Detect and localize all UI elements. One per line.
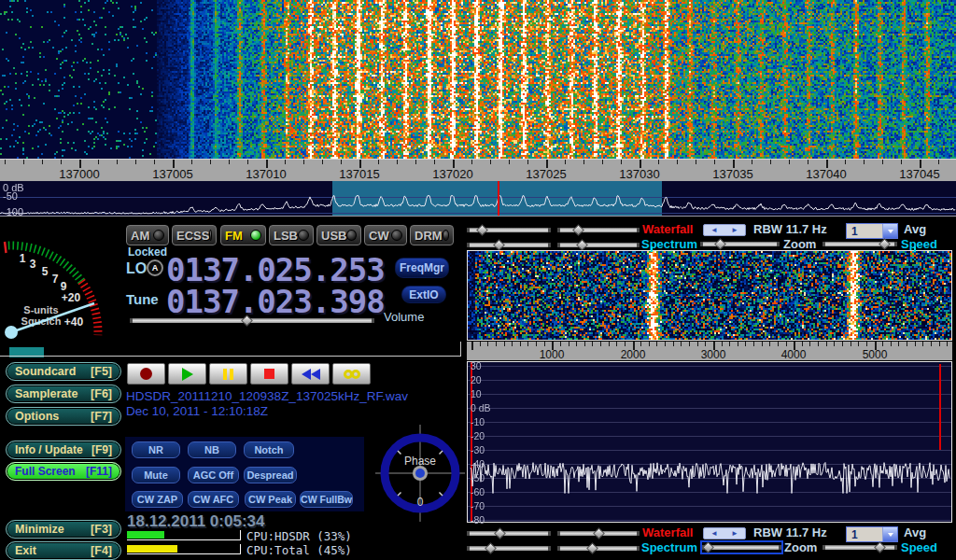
avg-select-top[interactable]: 1	[846, 223, 898, 239]
agc-button[interactable]: AGC Off	[188, 467, 239, 483]
waterfall-scroll-control-bottom[interactable]: ◄►	[703, 527, 746, 539]
play-button[interactable]	[168, 363, 206, 385]
extio-button[interactable]: ExtIO	[401, 286, 446, 303]
datetime-display: 18.12.2011 0:05:34	[127, 512, 264, 531]
zoom-slider-bottom[interactable]	[702, 542, 781, 553]
mode-button-cw[interactable]: CW	[364, 225, 407, 245]
speed-slider-top[interactable]	[822, 239, 897, 249]
af-frequency-scale[interactable]: 1000 2000 3000 4000 5000	[467, 342, 952, 360]
spectrum-contrast-slider-bottom[interactable]	[557, 543, 640, 553]
mode-button-drm[interactable]: DRM	[410, 225, 454, 245]
rf-waterfall[interactable]	[0, 0, 956, 159]
rf-spectrum[interactable]: 0 dB -50 -100	[0, 181, 956, 217]
waterfall-brightness-slider-bottom[interactable]	[467, 528, 551, 539]
button-fkey: [F9]	[91, 443, 112, 456]
soundcard-button[interactable]: Soundcard[F5]	[6, 362, 121, 381]
cw-zap-button[interactable]: CW ZAP	[132, 491, 183, 508]
mode-led-icon	[250, 230, 261, 241]
s-meter-red-arc	[81, 281, 98, 335]
rf-scale-tick: 137005	[152, 167, 192, 181]
zoom-label-top: Zoom	[783, 237, 816, 251]
minimize-button[interactable]: Minimize[F3]	[6, 520, 121, 539]
waterfall-contrast-slider-top[interactable]	[557, 225, 640, 235]
despread-button[interactable]: Despread	[244, 467, 297, 483]
rf-frequency-scale[interactable]: 137000 137005 137010 137015 137020 13702…	[0, 159, 956, 181]
rf-db-label: -100	[3, 206, 23, 217]
button-label: Soundcard	[15, 365, 76, 378]
lo-auto-button[interactable]: A	[147, 259, 163, 276]
stop-button[interactable]	[250, 363, 288, 385]
mode-label: DRM	[415, 229, 443, 243]
mode-button-am[interactable]: AM	[126, 225, 169, 245]
mode-led-icon	[298, 230, 309, 241]
waterfall-brightness-slider-top[interactable]	[467, 225, 551, 235]
samplerate-button[interactable]: Samplerate[F6]	[6, 385, 121, 403]
mute-button[interactable]: Mute	[132, 467, 180, 483]
arrow-right-icon[interactable]: ►	[731, 226, 738, 234]
loop-button[interactable]	[332, 363, 371, 385]
mode-button-fm[interactable]: FM	[220, 225, 266, 245]
spectrum-brightness-slider-top[interactable]	[467, 240, 551, 250]
mode-button-lsb[interactable]: LSB	[269, 225, 314, 245]
cw-afc-button[interactable]: CW AFC	[188, 491, 239, 508]
rf-scale-tick: 137045	[899, 167, 939, 181]
rf-tune-cursor[interactable]	[498, 181, 499, 216]
zoom-slider-top[interactable]	[700, 239, 780, 249]
waterfall-contrast-slider-bottom[interactable]	[557, 528, 640, 539]
spectrum-label-bottom: Spectrum	[641, 540, 697, 554]
mode-button-usb[interactable]: USB	[316, 225, 361, 245]
cpu-total-bar-fill	[127, 545, 177, 553]
waterfall-scroll-control-top[interactable]: ◄►	[703, 224, 746, 236]
tune-frequency-display[interactable]: 0137.023.398	[166, 283, 385, 320]
panel-divider	[460, 342, 461, 357]
avg-select-bottom[interactable]: 1	[846, 526, 898, 542]
cw-fullbw-button[interactable]: CW FullBw	[300, 491, 353, 508]
locked-label: Locked	[128, 245, 167, 259]
fullscreen-button[interactable]: Full Screen[F11]	[6, 462, 121, 481]
s-meter-label: 1	[20, 252, 26, 265]
speed-label-bottom: Speed	[901, 540, 937, 554]
rewind-icon	[311, 369, 320, 380]
af-db-label: 0 dB	[471, 402, 491, 413]
tune-label: Tune	[126, 291, 159, 307]
nr-button[interactable]: NR	[132, 441, 180, 458]
chevron-down-icon[interactable]	[882, 224, 897, 238]
af-spectrum[interactable]	[468, 362, 951, 522]
af-db-label: -50	[471, 472, 485, 483]
rewind-button[interactable]	[291, 363, 330, 385]
play-icon	[182, 368, 193, 381]
pause-button[interactable]	[209, 363, 247, 385]
button-label: Exit	[15, 544, 36, 557]
spectrum-label-top: Spectrum	[641, 237, 697, 251]
nb-button[interactable]: NB	[188, 441, 236, 458]
cpu-hdsdr-bar-fill	[127, 531, 164, 539]
arrow-right-icon[interactable]: ►	[731, 529, 738, 538]
stop-icon	[264, 369, 274, 379]
arrow-left-icon[interactable]: ◄	[710, 226, 718, 234]
button-fkey: [F7]	[91, 410, 112, 423]
hdsdr-window: 137000 137005 137010 137015 137020 13702…	[0, 0, 956, 560]
spectrum-contrast-slider-top[interactable]	[557, 240, 640, 250]
phase-value: 0	[417, 496, 424, 509]
speed-slider-bottom[interactable]	[822, 542, 897, 553]
arrow-left-icon[interactable]: ◄	[710, 529, 718, 538]
rf-db-label: -50	[3, 190, 18, 202]
volume-slider[interactable]	[130, 315, 374, 326]
cw-peak-button[interactable]: CW Peak	[245, 491, 296, 508]
af-waterfall[interactable]	[468, 251, 951, 340]
volume-label: Volume	[384, 310, 424, 324]
panel-divider	[0, 356, 461, 357]
chevron-down-icon[interactable]	[882, 527, 897, 541]
record-icon	[140, 368, 152, 380]
info-update-button[interactable]: Info / Update[F9]	[6, 441, 121, 459]
mode-label: AM	[131, 229, 149, 243]
record-button[interactable]	[127, 363, 165, 385]
options-button[interactable]: Options[F7]	[6, 407, 121, 426]
mode-button-ecss[interactable]: ECSS	[172, 225, 217, 245]
exit-button[interactable]: Exit[F4]	[6, 541, 121, 560]
loop-icon	[351, 370, 360, 379]
notch-button[interactable]: Notch	[244, 441, 294, 458]
freqmgr-button[interactable]: FreqMgr	[395, 258, 449, 278]
rf-scale-tick: 137000	[59, 167, 99, 181]
spectrum-brightness-slider-bottom[interactable]	[467, 543, 551, 553]
